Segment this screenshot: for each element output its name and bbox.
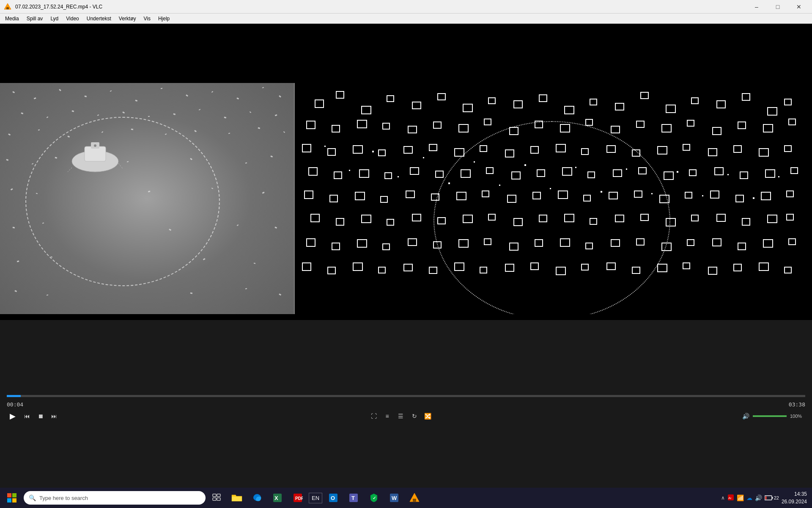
svg-rect-73 [463, 104, 472, 112]
extended-button[interactable]: ≡ [382, 411, 392, 421]
wifi-icon[interactable]: 📶 [737, 494, 744, 501]
svg-rect-31 [8, 133, 11, 135]
svg-rect-55 [169, 229, 171, 231]
svg-rect-150 [381, 196, 387, 202]
search-bar[interactable]: 🔍 Type here to search [24, 491, 206, 505]
svg-rect-246 [7, 493, 11, 497]
svg-rect-223 [708, 267, 717, 274]
mute-button[interactable]: 🔊 [742, 413, 749, 420]
svg-rect-44 [127, 161, 129, 162]
playlist-button[interactable]: ☰ [396, 411, 406, 421]
svg-rect-212 [429, 267, 437, 273]
svg-rect-196 [535, 240, 543, 246]
time-total: 03:38 [789, 401, 805, 408]
svg-rect-107 [302, 144, 311, 152]
maximize-button[interactable]: □ [768, 0, 787, 14]
svg-rect-218 [582, 264, 588, 270]
adobe-tray-icon[interactable]: Ai [727, 494, 734, 502]
controls-area: 00:04 03:38 ▶ ⏮ ⏹ ⏭ ⛶ ≡ ☰ ↻ 🔀 🔊 100% [0, 392, 812, 425]
svg-rect-183 [717, 214, 725, 221]
svg-rect-170 [387, 219, 394, 225]
teams-icon: T [348, 493, 359, 503]
volume-tray-icon[interactable]: 🔊 [755, 494, 762, 501]
controls-row: 00:04 03:38 [7, 401, 805, 408]
loop-button[interactable]: ↻ [409, 411, 420, 421]
svg-rect-135 [512, 172, 520, 179]
svg-rect-251 [217, 494, 220, 497]
menu-hjelp[interactable]: Hjelp [155, 15, 173, 22]
svg-rect-96 [535, 121, 543, 128]
menu-vis[interactable]: Vis [140, 15, 154, 22]
task-view-icon [212, 494, 221, 502]
video-area[interactable] [0, 24, 812, 320]
svg-rect-50 [148, 190, 151, 192]
svg-rect-20 [21, 112, 23, 114]
menu-undertekst[interactable]: Undertekst [83, 15, 115, 22]
svg-rect-216 [531, 263, 538, 270]
svg-rect-171 [412, 214, 421, 221]
svg-rect-161 [660, 195, 669, 203]
excel-button[interactable]: X [268, 489, 287, 507]
teams-button[interactable]: T [344, 489, 363, 507]
task-view-button[interactable] [207, 489, 226, 507]
svg-rect-36 [165, 133, 167, 135]
adobe-button[interactable]: PDF [288, 489, 307, 507]
show-hidden-icons-button[interactable]: ∧ [721, 495, 725, 501]
svg-rect-232 [448, 182, 450, 184]
fullscreen-button[interactable]: ⛶ [369, 411, 379, 421]
svg-rect-197 [560, 239, 570, 246]
start-button[interactable] [2, 488, 22, 508]
svg-text:T: T [351, 495, 355, 501]
svg-rect-23 [97, 114, 99, 116]
svg-rect-226 [785, 267, 791, 273]
close-button[interactable]: ✕ [789, 0, 809, 14]
onedrive-button[interactable]: ✓ [365, 489, 383, 507]
vlc-taskbar-button[interactable] [405, 489, 424, 507]
svg-rect-230 [398, 176, 399, 177]
svg-rect-118 [582, 149, 588, 155]
svg-rect-114 [480, 146, 487, 152]
svg-rect-139 [613, 170, 622, 177]
progress-bar[interactable] [7, 395, 805, 397]
svg-rect-214 [480, 267, 487, 273]
edge-button[interactable] [248, 489, 266, 507]
menu-spillav[interactable]: Spill av [23, 15, 47, 22]
svg-rect-176 [539, 215, 547, 222]
svg-rect-113 [455, 149, 464, 156]
svg-rect-24 [122, 111, 125, 113]
volume-bar[interactable] [753, 415, 787, 417]
svg-rect-102 [687, 120, 694, 126]
menu-verktoy[interactable]: Verktøy [115, 15, 140, 22]
battery-icon[interactable]: 22 [765, 495, 779, 500]
svg-text:X: X [274, 495, 278, 501]
menu-lyd[interactable]: Lyd [47, 15, 62, 22]
svg-rect-189 [357, 240, 367, 247]
svg-rect-54 [42, 222, 44, 224]
random-button[interactable]: 🔀 [423, 411, 433, 421]
svg-rect-137 [562, 168, 572, 175]
stop-button[interactable]: ⏹ [36, 411, 46, 421]
clock[interactable]: 14:35 26.09.2024 [782, 490, 807, 505]
play-button[interactable]: ▶ [7, 410, 19, 422]
svg-rect-184 [742, 218, 750, 225]
file-explorer-button[interactable] [228, 489, 246, 507]
svg-rect-210 [379, 267, 385, 273]
word-button[interactable]: W [385, 489, 403, 507]
svg-rect-12 [110, 90, 112, 92]
menu-video[interactable]: Video [63, 15, 82, 22]
svg-rect-145 [765, 170, 775, 177]
minimize-button[interactable]: – [747, 0, 766, 14]
svg-rect-112 [429, 144, 437, 151]
svg-rect-162 [685, 192, 692, 198]
onedrive-tray-icon[interactable]: ☁ [746, 494, 752, 501]
menu-media[interactable]: Media [2, 15, 22, 22]
svg-rect-76 [539, 95, 547, 102]
svg-rect-175 [514, 218, 522, 226]
prev-button[interactable]: ⏮ [22, 411, 32, 421]
next-button[interactable]: ⏭ [49, 411, 59, 421]
outlook-button[interactable]: O [324, 489, 343, 507]
svg-rect-17 [236, 97, 239, 99]
language-indicator[interactable]: EN [309, 493, 322, 503]
svg-rect-46 [245, 163, 247, 164]
search-icon: 🔍 [29, 494, 36, 501]
